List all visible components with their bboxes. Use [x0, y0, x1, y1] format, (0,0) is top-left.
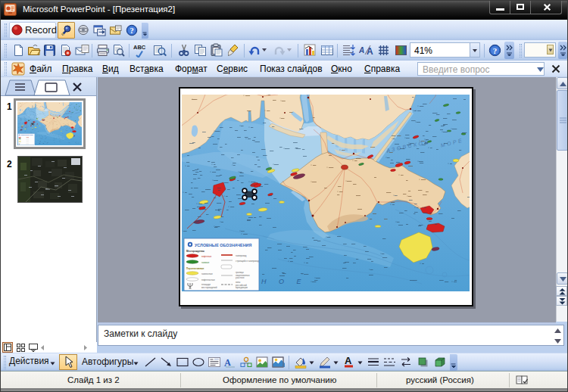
svg-text:A: A — [345, 355, 352, 366]
svg-text:ABC: ABC — [133, 44, 146, 51]
svg-text:?: ? — [493, 46, 498, 55]
svg-text:A: A — [367, 46, 373, 57]
svg-text:A: A — [359, 46, 364, 54]
svg-text:?: ? — [130, 26, 133, 35]
